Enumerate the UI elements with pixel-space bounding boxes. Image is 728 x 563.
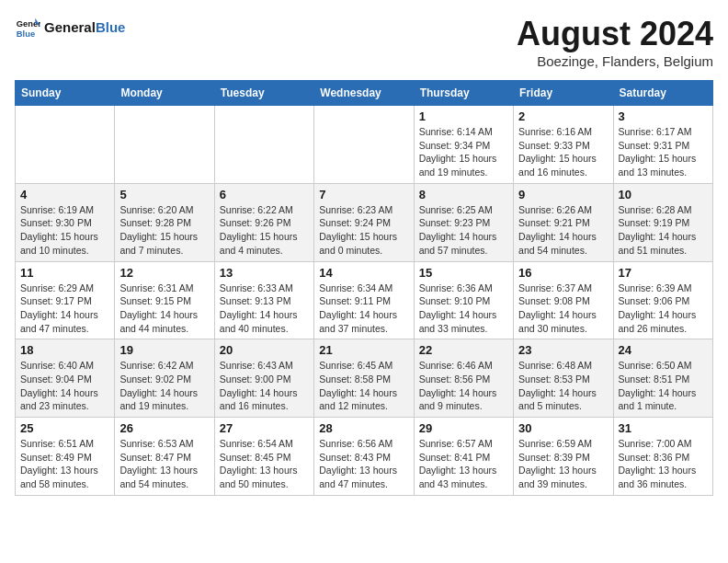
calendar-cell: 11Sunrise: 6:29 AM Sunset: 9:17 PM Dayli… bbox=[16, 261, 115, 339]
day-info: Sunrise: 6:23 AM Sunset: 9:24 PM Dayligh… bbox=[319, 203, 408, 258]
calendar-cell: 16Sunrise: 6:37 AM Sunset: 9:08 PM Dayli… bbox=[514, 261, 613, 339]
day-info: Sunrise: 6:17 AM Sunset: 9:31 PM Dayligh… bbox=[619, 125, 708, 179]
day-number: 14 bbox=[319, 266, 408, 280]
day-number: 3 bbox=[619, 109, 708, 123]
day-number: 31 bbox=[619, 421, 708, 435]
calendar-cell: 21Sunrise: 6:45 AM Sunset: 8:58 PM Dayli… bbox=[314, 339, 414, 418]
logo: General Blue GeneralBlue bbox=[15, 15, 125, 40]
day-number: 2 bbox=[518, 109, 608, 123]
day-info: Sunrise: 6:28 AM Sunset: 9:19 PM Dayligh… bbox=[619, 203, 708, 258]
day-info: Sunrise: 6:53 AM Sunset: 8:47 PM Dayligh… bbox=[119, 437, 209, 491]
calendar-cell: 14Sunrise: 6:34 AM Sunset: 9:11 PM Dayli… bbox=[314, 261, 414, 339]
calendar-cell: 7Sunrise: 6:23 AM Sunset: 9:24 PM Daylig… bbox=[314, 183, 414, 261]
day-info: Sunrise: 6:39 AM Sunset: 9:06 PM Dayligh… bbox=[619, 282, 708, 336]
day-info: Sunrise: 6:50 AM Sunset: 8:51 PM Dayligh… bbox=[619, 359, 708, 413]
day-info: Sunrise: 6:46 AM Sunset: 8:56 PM Dayligh… bbox=[419, 359, 508, 413]
day-info: Sunrise: 6:45 AM Sunset: 8:58 PM Dayligh… bbox=[319, 359, 408, 413]
day-info: Sunrise: 6:14 AM Sunset: 9:34 PM Dayligh… bbox=[419, 125, 508, 179]
day-number: 11 bbox=[20, 266, 109, 280]
day-number: 21 bbox=[319, 343, 408, 357]
day-info: Sunrise: 6:34 AM Sunset: 9:11 PM Dayligh… bbox=[319, 282, 408, 336]
calendar-cell: 31Sunrise: 7:00 AM Sunset: 8:36 PM Dayli… bbox=[613, 418, 712, 496]
day-number: 26 bbox=[119, 421, 209, 435]
calendar-cell: 2Sunrise: 6:16 AM Sunset: 9:33 PM Daylig… bbox=[514, 106, 613, 184]
calendar-cell: 12Sunrise: 6:31 AM Sunset: 9:15 PM Dayli… bbox=[115, 261, 214, 339]
calendar-cell: 1Sunrise: 6:14 AM Sunset: 9:34 PM Daylig… bbox=[414, 106, 513, 184]
day-number: 19 bbox=[119, 343, 209, 357]
column-header-tuesday: Tuesday bbox=[214, 81, 313, 106]
day-info: Sunrise: 6:29 AM Sunset: 9:17 PM Dayligh… bbox=[20, 282, 109, 336]
day-number: 7 bbox=[319, 188, 408, 201]
month-year-title: August 2024 bbox=[517, 15, 713, 53]
day-info: Sunrise: 6:51 AM Sunset: 8:49 PM Dayligh… bbox=[20, 437, 109, 491]
calendar-week-2: 4Sunrise: 6:19 AM Sunset: 9:30 PM Daylig… bbox=[16, 183, 713, 261]
day-info: Sunrise: 6:59 AM Sunset: 8:39 PM Dayligh… bbox=[518, 437, 608, 491]
calendar-cell: 13Sunrise: 6:33 AM Sunset: 9:13 PM Dayli… bbox=[214, 261, 313, 339]
location-subtitle: Boezinge, Flanders, Belgium bbox=[517, 53, 713, 69]
column-headers: SundayMondayTuesdayWednesdayThursdayFrid… bbox=[16, 81, 713, 106]
day-info: Sunrise: 6:43 AM Sunset: 9:00 PM Dayligh… bbox=[220, 359, 309, 413]
day-number: 18 bbox=[20, 343, 109, 357]
day-number: 23 bbox=[518, 343, 608, 357]
logo-text: GeneralBlue bbox=[44, 19, 125, 36]
day-number: 10 bbox=[619, 188, 708, 201]
day-number: 25 bbox=[20, 421, 109, 435]
day-number: 13 bbox=[220, 266, 309, 280]
calendar-cell: 20Sunrise: 6:43 AM Sunset: 9:00 PM Dayli… bbox=[214, 339, 313, 418]
column-header-sunday: Sunday bbox=[16, 81, 115, 106]
day-number: 24 bbox=[619, 343, 708, 357]
day-info: Sunrise: 7:00 AM Sunset: 8:36 PM Dayligh… bbox=[619, 437, 708, 491]
day-number: 16 bbox=[518, 266, 608, 280]
calendar-cell: 24Sunrise: 6:50 AM Sunset: 8:51 PM Dayli… bbox=[613, 339, 712, 418]
day-number: 20 bbox=[220, 343, 309, 357]
calendar-cell: 30Sunrise: 6:59 AM Sunset: 8:39 PM Dayli… bbox=[514, 418, 613, 496]
day-info: Sunrise: 6:57 AM Sunset: 8:41 PM Dayligh… bbox=[419, 437, 508, 491]
calendar-cell bbox=[115, 106, 214, 184]
calendar-week-3: 11Sunrise: 6:29 AM Sunset: 9:17 PM Dayli… bbox=[16, 261, 713, 339]
calendar-cell bbox=[16, 106, 115, 184]
calendar-table: SundayMondayTuesdayWednesdayThursdayFrid… bbox=[15, 80, 713, 496]
calendar-cell: 9Sunrise: 6:26 AM Sunset: 9:21 PM Daylig… bbox=[514, 183, 613, 261]
calendar-cell: 6Sunrise: 6:22 AM Sunset: 9:26 PM Daylig… bbox=[214, 183, 313, 261]
day-info: Sunrise: 6:22 AM Sunset: 9:26 PM Dayligh… bbox=[220, 203, 309, 258]
day-info: Sunrise: 6:36 AM Sunset: 9:10 PM Dayligh… bbox=[419, 282, 508, 336]
day-number: 30 bbox=[518, 421, 608, 435]
calendar-cell: 22Sunrise: 6:46 AM Sunset: 8:56 PM Dayli… bbox=[414, 339, 513, 418]
day-number: 8 bbox=[419, 188, 508, 201]
day-number: 1 bbox=[419, 109, 508, 123]
day-number: 29 bbox=[419, 421, 508, 435]
day-info: Sunrise: 6:16 AM Sunset: 9:33 PM Dayligh… bbox=[518, 125, 608, 179]
day-number: 28 bbox=[319, 421, 408, 435]
calendar-cell: 25Sunrise: 6:51 AM Sunset: 8:49 PM Dayli… bbox=[16, 418, 115, 496]
calendar-week-4: 18Sunrise: 6:40 AM Sunset: 9:04 PM Dayli… bbox=[16, 339, 713, 418]
day-info: Sunrise: 6:56 AM Sunset: 8:43 PM Dayligh… bbox=[319, 437, 408, 491]
day-info: Sunrise: 6:48 AM Sunset: 8:53 PM Dayligh… bbox=[518, 359, 608, 413]
day-number: 4 bbox=[20, 188, 109, 201]
calendar-cell bbox=[314, 106, 414, 184]
day-number: 5 bbox=[119, 188, 209, 201]
day-info: Sunrise: 6:25 AM Sunset: 9:23 PM Dayligh… bbox=[419, 203, 508, 258]
calendar-cell: 10Sunrise: 6:28 AM Sunset: 9:19 PM Dayli… bbox=[613, 183, 712, 261]
calendar-cell: 3Sunrise: 6:17 AM Sunset: 9:31 PM Daylig… bbox=[613, 106, 712, 184]
calendar-week-5: 25Sunrise: 6:51 AM Sunset: 8:49 PM Dayli… bbox=[16, 418, 713, 496]
column-header-monday: Monday bbox=[115, 81, 214, 106]
day-number: 9 bbox=[518, 188, 608, 201]
calendar-cell: 23Sunrise: 6:48 AM Sunset: 8:53 PM Dayli… bbox=[514, 339, 613, 418]
calendar-cell: 26Sunrise: 6:53 AM Sunset: 8:47 PM Dayli… bbox=[115, 418, 214, 496]
day-info: Sunrise: 6:37 AM Sunset: 9:08 PM Dayligh… bbox=[518, 282, 608, 336]
calendar-week-1: 1Sunrise: 6:14 AM Sunset: 9:34 PM Daylig… bbox=[16, 106, 713, 184]
page-header: General Blue GeneralBlue August 2024 Boe… bbox=[15, 15, 713, 69]
day-number: 27 bbox=[220, 421, 309, 435]
calendar-cell: 15Sunrise: 6:36 AM Sunset: 9:10 PM Dayli… bbox=[414, 261, 513, 339]
day-number: 6 bbox=[220, 188, 309, 201]
logo-icon: General Blue bbox=[15, 15, 40, 40]
calendar-cell: 29Sunrise: 6:57 AM Sunset: 8:41 PM Dayli… bbox=[414, 418, 513, 496]
day-info: Sunrise: 6:54 AM Sunset: 8:45 PM Dayligh… bbox=[220, 437, 309, 491]
calendar-cell: 19Sunrise: 6:42 AM Sunset: 9:02 PM Dayli… bbox=[115, 339, 214, 418]
title-block: August 2024 Boezinge, Flanders, Belgium bbox=[517, 15, 713, 69]
calendar-cell: 8Sunrise: 6:25 AM Sunset: 9:23 PM Daylig… bbox=[414, 183, 513, 261]
day-info: Sunrise: 6:26 AM Sunset: 9:21 PM Dayligh… bbox=[518, 203, 608, 258]
day-number: 12 bbox=[119, 266, 209, 280]
day-info: Sunrise: 6:31 AM Sunset: 9:15 PM Dayligh… bbox=[119, 282, 209, 336]
calendar-cell: 18Sunrise: 6:40 AM Sunset: 9:04 PM Dayli… bbox=[16, 339, 115, 418]
